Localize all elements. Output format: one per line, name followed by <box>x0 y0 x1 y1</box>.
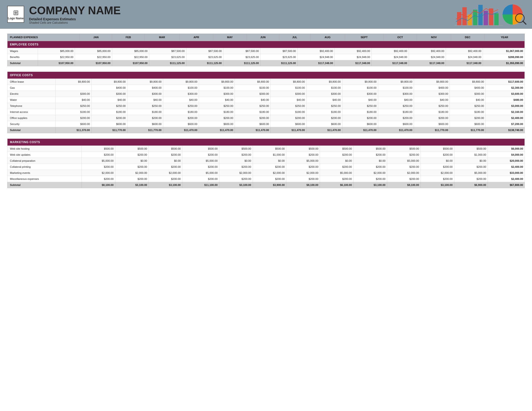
office-subtotal-label: Subtotal <box>8 127 56 133</box>
col-header-nov: NOV <box>417 34 451 41</box>
wages-dec: $92,400.00 <box>446 48 483 54</box>
benefits-feb: $22,950.00 <box>75 54 112 60</box>
svg-rect-7 <box>494 13 499 25</box>
marketing-subtotal-label: Subtotal <box>8 182 82 188</box>
employee-subtotal-may: $111,125.00 <box>186 60 223 66</box>
benefits-nov: $24,948.00 <box>409 54 446 60</box>
telephone-label: Telephone <box>8 103 56 109</box>
web-updates-label: Web site updates <box>8 152 82 158</box>
benefits-row: Benefits $22,950.00 $22,950.00 $22,950.0… <box>8 54 525 60</box>
employee-subtotal-sept: $117,348.00 <box>335 60 372 66</box>
benefits-may: $23,625.00 <box>186 54 223 60</box>
wages-may: $87,500.00 <box>186 48 223 54</box>
wages-jul: $87,500.00 <box>260 48 297 54</box>
benefits-aug: $24,948.00 <box>297 54 334 60</box>
header-chart <box>455 0 532 27</box>
electric-row: Electric $300.00$300.00$300.00 $300.00$3… <box>8 91 525 97</box>
employee-subtotal-label: Subtotal <box>8 60 38 66</box>
misc-expenses-row: Miscellaneous expenses $200.00$200.00$20… <box>8 176 525 182</box>
column-headers-table: PLANNED EXPENSES JAN FEB MAR APR MAY JUN… <box>7 34 525 41</box>
benefits-oct: $24,948.00 <box>372 54 409 60</box>
employee-subtotal-year: $1,355,090.00 <box>483 60 525 66</box>
office-subtotal-row: Subtotal $11,370.00$11,770.00$11,770.00 … <box>8 127 525 133</box>
water-label: Water <box>8 97 56 103</box>
collateral-printing-label: Collateral printing <box>8 164 82 170</box>
employee-subtotal-jun: $111,125.00 <box>223 60 260 66</box>
company-note: Shaded Cells are Calculations <box>29 21 525 24</box>
col-header-jul: JUL <box>279 34 310 41</box>
employee-subtotal-jul: $111,125.00 <box>260 60 297 66</box>
office-lease-row: Office lease $9,800.00$9,800.00$9,800.00… <box>8 79 525 85</box>
page-header: ⊞ Logo Name COMPANY NAME Detailed Expens… <box>0 0 532 29</box>
wages-oct: $92,400.00 <box>372 48 409 54</box>
employee-costs-section: EMPLOYEE COSTS Wages $85,000.00 $85,000.… <box>7 41 525 66</box>
benefits-label: Benefits <box>8 54 38 60</box>
col-header-expense: PLANNED EXPENSES <box>8 34 80 41</box>
logo-box: ⊞ Logo Name <box>7 6 24 23</box>
internet-access-label: Internet access <box>8 109 56 115</box>
col-header-dec: DEC <box>451 34 484 41</box>
marketing-costs-section: MARKETING COSTS Web site hosting $500.00… <box>7 139 525 188</box>
wages-jun: $87,500.00 <box>223 48 260 54</box>
marketing-costs-table: MARKETING COSTS Web site hosting $500.00… <box>7 139 525 188</box>
office-costs-title: OFFICE COSTS <box>8 72 525 79</box>
internet-access-row: Internet access $180.00$180.00$180.00 $1… <box>8 109 525 115</box>
wages-sept: $92,400.00 <box>335 48 372 54</box>
wages-aug: $92,400.00 <box>297 48 334 54</box>
employee-costs-header: EMPLOYEE COSTS <box>8 41 525 48</box>
wages-label: Wages <box>8 48 38 54</box>
employee-costs-title: EMPLOYEE COSTS <box>8 41 525 48</box>
wages-row: Wages $85,000.00 $85,000.00 $85,000.00 $… <box>8 48 525 54</box>
company-name: COMPANY NAME <box>29 4 525 17</box>
water-row: Water $40.00$40.00$40.00 $40.00$40.00$40… <box>8 97 525 103</box>
collateral-prep-label: Collateral preparation <box>8 158 82 164</box>
col-header-may: MAY <box>213 34 247 41</box>
employee-subtotal-nov: $117,348.00 <box>409 60 446 66</box>
marketing-events-label: Marketing events <box>8 170 82 176</box>
marketing-costs-title: MARKETING COSTS <box>8 139 525 146</box>
employee-costs-table: EMPLOYEE COSTS Wages $85,000.00 $85,000.… <box>7 41 525 66</box>
main-content: PLANNED EXPENSES JAN FEB MAR APR MAY JUN… <box>0 29 532 198</box>
svg-line-10 <box>523 21 526 24</box>
marketing-costs-header: MARKETING COSTS <box>8 139 525 146</box>
wages-nov: $92,400.00 <box>409 48 446 54</box>
col-header-sept: SEPT <box>345 34 383 41</box>
logo-icon: ⊞ <box>13 9 19 17</box>
marketing-events-row: Marketing events $2,000.00$2,000.00$2,00… <box>8 170 525 176</box>
wages-year: $1,067,000.00 <box>483 48 525 54</box>
telephone-row: Telephone $250.00$250.00$250.00 $250.00$… <box>8 103 525 109</box>
employee-subtotal-mar: $107,950.00 <box>112 60 149 66</box>
col-header-oct: OCT <box>383 34 417 41</box>
col-header-apr: APR <box>180 34 213 41</box>
svg-rect-6 <box>489 9 493 25</box>
collateral-printing-row: Collateral printing $200.00$200.00$200.0… <box>8 164 525 170</box>
benefits-apr: $23,625.00 <box>149 54 186 60</box>
company-subtitle: Detailed Expenses Estimates <box>29 17 525 21</box>
logo-text: Logo Name <box>8 17 23 20</box>
security-label: Security <box>8 121 56 127</box>
electric-label: Electric <box>8 91 56 97</box>
benefits-mar: $22,950.00 <box>112 54 149 60</box>
web-hosting-label: Web site hosting <box>8 146 82 152</box>
gas-label: Gas <box>8 85 56 91</box>
employee-subtotal-aug: $117,348.00 <box>297 60 334 66</box>
benefits-year: $288,090.00 <box>483 54 525 60</box>
benefits-jun: $23,625.00 <box>223 54 260 60</box>
wages-apr: $87,500.00 <box>149 48 186 54</box>
office-supplies-label: Office supplies <box>8 115 56 121</box>
employee-subtotal-jan: $107,950.00 <box>38 60 75 66</box>
misc-expenses-label: Miscellaneous expenses <box>8 176 82 182</box>
benefits-jul: $23,625.00 <box>260 54 297 60</box>
web-hosting-row: Web site hosting $500.00$500.00$500.00 $… <box>8 146 525 152</box>
benefits-dec: $24,948.00 <box>446 54 483 60</box>
wages-jan: $85,000.00 <box>38 48 75 54</box>
employee-subtotal-apr: $111,125.00 <box>149 60 186 66</box>
benefits-sept: $24,948.00 <box>335 54 372 60</box>
web-updates-row: Web site updates $200.00$200.00$200.00 $… <box>8 152 525 158</box>
collateral-prep-row: Collateral preparation $5,000.00$0.00$0.… <box>8 158 525 164</box>
col-header-mar: MAR <box>144 34 180 41</box>
benefits-jan: $22,950.00 <box>38 54 75 60</box>
col-header-year: YEAR <box>484 34 525 41</box>
col-header-jan: JAN <box>80 34 112 41</box>
col-header-feb: FEB <box>112 34 145 41</box>
